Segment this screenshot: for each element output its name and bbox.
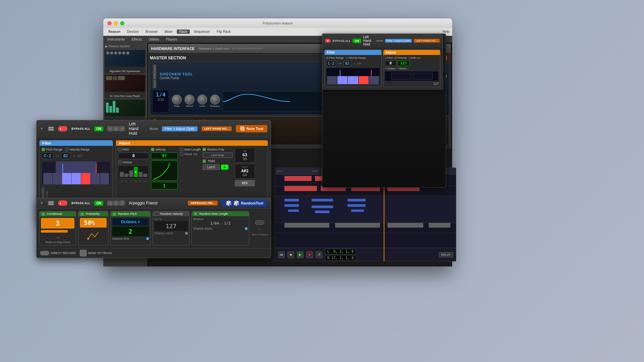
velocity-curve bbox=[151, 161, 178, 181]
tab-effects[interactable]: Effects bbox=[130, 37, 143, 42]
prob-body: 50% bbox=[78, 217, 108, 242]
title-bar: Polyscreen.reason bbox=[103, 18, 452, 28]
release-knob[interactable] bbox=[210, 95, 220, 105]
menu-flip-rack[interactable]: Flip Rack bbox=[214, 29, 233, 34]
right-to: B2 bbox=[343, 61, 351, 66]
arp-dr-pill[interactable] bbox=[40, 251, 49, 255]
octaves-label: Octaves + bbox=[121, 220, 140, 224]
mix-button[interactable]: MIX bbox=[235, 180, 255, 186]
right-on-btn[interactable]: ON bbox=[353, 39, 361, 43]
grid-button[interactable] bbox=[48, 126, 54, 131]
arp-grid-btn[interactable] bbox=[48, 201, 54, 205]
pitch-range-cb[interactable]: ✓ Pitch Range bbox=[42, 148, 62, 151]
vel-offset-bottom[interactable]: 1 bbox=[151, 182, 178, 189]
on-button[interactable]: ON bbox=[94, 126, 103, 131]
menu-mixer[interactable]: Mixer bbox=[162, 29, 175, 34]
mode-value[interactable]: Filter > Adjust (Split) bbox=[162, 126, 198, 131]
arp-on-button[interactable]: ON bbox=[94, 201, 103, 206]
note-length-col: Note Length Fixed 1/4 bbox=[180, 148, 201, 189]
range-from[interactable]: C-2 bbox=[42, 153, 54, 159]
small-arrow-icon: → bbox=[55, 235, 60, 241]
time-display: 1/4 3/16 bbox=[152, 90, 169, 113]
menu-rack[interactable]: Rack bbox=[177, 29, 190, 34]
right-abbr: LEFT HAND HO... bbox=[414, 39, 440, 43]
prob-display[interactable]: 50% bbox=[80, 218, 107, 228]
right-bypass[interactable]: ● bbox=[325, 39, 331, 43]
fixed-label: Fixed bbox=[184, 153, 192, 156]
close-button[interactable] bbox=[107, 21, 112, 25]
time-val2: 3/16 bbox=[154, 98, 167, 102]
last-note-btn[interactable]: Last Note bbox=[203, 153, 233, 158]
menu-sequencer[interactable]: Sequencer bbox=[191, 29, 213, 34]
maximize-button[interactable] bbox=[120, 21, 124, 25]
chord-label: Chord bbox=[63, 241, 70, 244]
arp-direct-record[interactable]: DIRECT RECORD bbox=[40, 251, 76, 255]
octave-checkbox[interactable]: Octave bbox=[118, 161, 149, 164]
note-length-checkbox[interactable]: Note Length bbox=[180, 148, 201, 151]
vel-chance-row: Chance 100% bbox=[154, 232, 188, 235]
octaves-val[interactable]: 2 bbox=[112, 227, 149, 236]
stop-btn[interactable]: ■ bbox=[287, 251, 294, 258]
rate-knob[interactable] bbox=[172, 95, 182, 105]
sidebar-item-rex[interactable]: Dr. Octo Rex Loop Player bbox=[105, 75, 145, 98]
vel-val[interactable]: 127 bbox=[154, 221, 188, 231]
fixed-val: 1/4 bbox=[193, 153, 198, 156]
arp-row-btn-2[interactable]: ▷ bbox=[113, 201, 119, 205]
delay-btn[interactable]: DELAY bbox=[439, 252, 453, 257]
sidebar-item-other[interactable]: Sample Pad bbox=[105, 100, 145, 123]
hold-knob[interactable] bbox=[197, 95, 207, 105]
oct-bar-minus2 bbox=[124, 174, 128, 177]
arp-row-btn-3[interactable]: ▽ bbox=[119, 201, 125, 205]
arp-send-to-track[interactable]: SEND TO TRACK bbox=[80, 250, 112, 256]
tab-instruments[interactable]: Instruments bbox=[106, 37, 126, 42]
loop-btn[interactable]: ↺ bbox=[316, 251, 322, 258]
velocity-range-cb[interactable]: Velocity Range bbox=[65, 148, 90, 151]
menu-devices[interactable]: Devices bbox=[124, 29, 142, 34]
count-display[interactable]: 3 bbox=[41, 218, 74, 229]
octaves-display: Octaves + bbox=[112, 218, 149, 226]
arp-device-name: Arpeggio Friend bbox=[129, 201, 184, 205]
chance-label: Chance 35% bbox=[112, 237, 129, 240]
play-btn[interactable]: ▶ bbox=[297, 251, 304, 258]
minimize-button[interactable] bbox=[114, 21, 118, 25]
row-btn-3[interactable]: ▽ bbox=[119, 126, 125, 131]
velocity-col: ✓ Velocity 97 1 bbox=[151, 148, 178, 189]
arp-collapse[interactable]: ▼ bbox=[40, 201, 44, 205]
record-btn[interactable]: ● bbox=[306, 251, 313, 258]
set-to-label: Set To bbox=[154, 218, 188, 221]
tab-utilities[interactable]: Utilities bbox=[147, 37, 161, 42]
rewind-btn[interactable]: ⏮ bbox=[278, 251, 285, 258]
tool-name: Note Tool bbox=[247, 127, 263, 131]
arp-bypass-toggle[interactable]: ● bbox=[58, 200, 67, 206]
bypass-toggle[interactable]: ● bbox=[58, 126, 67, 131]
latch-button[interactable]: Latch bbox=[203, 164, 219, 170]
help-button[interactable]: Help bbox=[442, 30, 449, 34]
tab-players[interactable]: Players bbox=[165, 37, 178, 42]
vel-offset[interactable]: 97 bbox=[151, 153, 178, 159]
piano-bars bbox=[42, 173, 110, 184]
note-2-1 bbox=[284, 186, 317, 191]
arp-send-label: SEND TO TRACK bbox=[88, 251, 112, 255]
pitch-checkbox[interactable]: Pitch bbox=[118, 148, 149, 151]
range-to[interactable]: B2 bbox=[61, 153, 70, 159]
right-bypass-label: BYPASS ALL bbox=[333, 39, 351, 43]
reason-logo[interactable]: Reason bbox=[106, 29, 123, 34]
sidebar-item-synth1[interactable]: Algorithm FM Synthesizer bbox=[105, 50, 145, 73]
sync-toggle[interactable] bbox=[255, 220, 264, 225]
collapse-arrow[interactable]: ▼ bbox=[40, 127, 44, 131]
latch-row: Latch ● bbox=[203, 164, 233, 170]
pitch-offset[interactable]: 0 bbox=[118, 153, 149, 159]
arp-row-btn-1[interactable]: ◁ bbox=[107, 201, 113, 205]
velocity-checkbox[interactable]: ✓ Velocity bbox=[151, 148, 178, 151]
attack-knob[interactable] bbox=[184, 95, 195, 105]
filter-checkboxes: ✓ Pitch Range Velocity Range bbox=[42, 148, 111, 151]
menu-browser[interactable]: Browser bbox=[143, 29, 161, 34]
gray-note-4 bbox=[429, 223, 450, 228]
gray-note-1 bbox=[284, 223, 330, 228]
sidechain-knobs: Rate Attack Hold bbox=[172, 90, 220, 113]
marker-10: 10.1 bbox=[277, 170, 312, 173]
row-btn-2[interactable]: ▷ bbox=[113, 126, 119, 131]
time-val: 1/4 bbox=[154, 92, 167, 98]
vel-curve-svg bbox=[151, 161, 177, 180]
row-btn-1[interactable]: ◁ bbox=[107, 126, 113, 131]
